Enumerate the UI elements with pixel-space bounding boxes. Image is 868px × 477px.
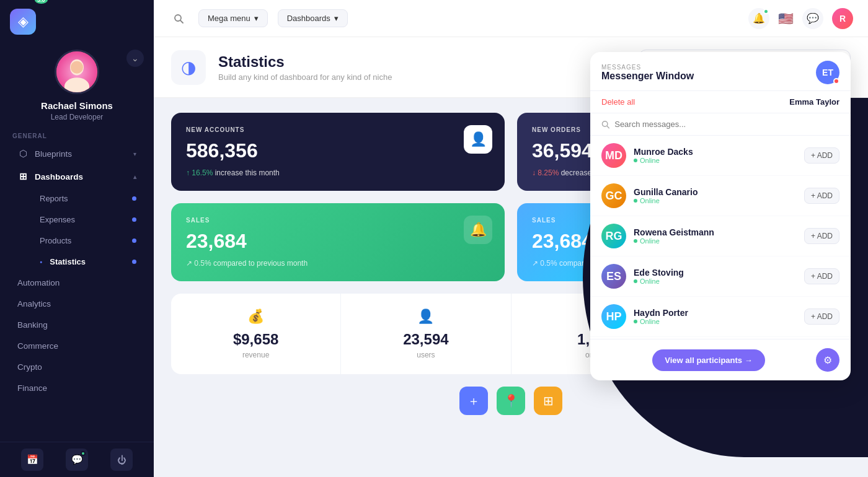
notification-dot <box>763 9 769 14</box>
dashboards-sub-nav: Reports Expenses Products ● Statistics <box>0 188 154 272</box>
contact-item-rowena[interactable]: RG Rowena Geistmann Online + ADD <box>590 216 851 256</box>
messenger-panel: MESSAGES Messenger Window ET Delete all … <box>590 52 851 380</box>
sidebar-item-blueprints[interactable]: ⬡ Blueprints ▾ <box>5 142 149 165</box>
sidebar-item-banking[interactable]: Banking <box>5 315 149 335</box>
mega-menu-button[interactable]: Mega menu ▾ <box>198 9 268 27</box>
dashboards-button[interactable]: Dashboards ▾ <box>278 9 348 27</box>
dashboards-chevron-icon: ▾ <box>334 14 339 23</box>
stats-title-group: Statistics Build any kind of dashboard f… <box>218 53 392 82</box>
sidebar-item-statistics[interactable]: ● Statistics <box>27 252 149 272</box>
contact-item-haydn[interactable]: HP Haydn Porter Online + ADD <box>590 297 851 337</box>
commerce-label: Commerce <box>17 341 58 351</box>
sidebar-item-expenses[interactable]: Expenses <box>27 209 149 230</box>
messenger-label-group: MESSAGES Messenger Window <box>601 64 694 82</box>
contacts-list: MD Munroe Dacks Online + ADD GC Gunilla … <box>590 136 851 339</box>
contact-item-munroe[interactable]: MD Munroe Dacks Online + ADD <box>590 136 851 176</box>
location-action-button[interactable]: 📍 <box>497 387 525 415</box>
action-buttons-row: ＋ 📍 ⊞ <box>171 387 851 415</box>
mega-menu-chevron-icon: ▾ <box>254 14 259 23</box>
messenger-search-container <box>590 113 851 136</box>
user-avatar-topbar[interactable]: R <box>832 8 853 29</box>
sales-green-label: SALES <box>186 217 490 224</box>
sidebar-item-analytics[interactable]: Analytics <box>5 294 149 314</box>
contact-item-ede[interactable]: ES Ede Stoving Online + ADD <box>590 256 851 297</box>
add-contact-button-gunilla[interactable]: + ADD <box>804 188 839 204</box>
profile-toggle-btn[interactable]: ⌄ <box>126 50 144 67</box>
view-all-participants-button[interactable]: View all participants → <box>652 349 764 371</box>
active-user-label: Emma Taylor <box>789 97 839 107</box>
reports-dot <box>132 196 136 201</box>
contact-name-haydn: Haydn Porter <box>634 308 797 318</box>
add-contact-button-rowena[interactable]: + ADD <box>804 228 839 244</box>
sidebar-item-dashboards[interactable]: ⊞ Dashboards ▴ <box>5 165 149 188</box>
users-icon: 👤 <box>417 309 434 325</box>
sidebar-item-commerce[interactable]: Commerce <box>5 336 149 356</box>
crypto-label: Crypto <box>17 362 42 372</box>
statistics-dot <box>132 260 136 264</box>
products-dot <box>132 239 136 243</box>
messages-button[interactable]: 💬 <box>802 8 823 29</box>
search-icon <box>601 120 609 129</box>
status-dot-gunilla <box>634 199 637 203</box>
stats-logo: ◑ <box>171 50 206 85</box>
svg-point-3 <box>71 61 83 74</box>
sidebar-item-finance[interactable]: Finance <box>5 378 149 398</box>
new-accounts-label: NEW ACCOUNTS <box>186 126 490 133</box>
logo-icon: ◈ <box>10 9 36 35</box>
chat-notification-dot <box>81 451 86 456</box>
messenger-search-input[interactable] <box>614 120 839 129</box>
sidebar: ◈ 3.0 ⌄ Rachael Simons Lead Developer GE… <box>0 0 154 477</box>
calendar-button[interactable]: 📅 <box>21 449 43 471</box>
messenger-actions: Delete all Emma Taylor <box>590 91 851 113</box>
sidebar-item-automation[interactable]: Automation <box>5 273 149 293</box>
profile-role: Lead Developer <box>51 113 104 121</box>
add-contact-button-ede[interactable]: + ADD <box>804 268 839 284</box>
contact-status-rowena: Online <box>634 237 797 245</box>
down-arrow-icon: ↓ 8.25% <box>532 168 559 177</box>
page-subtitle: Build any kind of dashboard for any kind… <box>218 72 392 82</box>
add-contact-button-haydn[interactable]: + ADD <box>804 309 839 325</box>
topbar: Mega menu ▾ Dashboards ▾ 🔔 🇺🇸 💬 R <box>154 0 868 37</box>
language-flag[interactable]: 🇺🇸 <box>778 11 794 26</box>
status-dot-munroe <box>634 159 637 162</box>
search-button[interactable] <box>169 9 188 28</box>
finance-label: Finance <box>17 383 47 393</box>
status-dot-ede <box>634 279 637 283</box>
blueprints-arrow-icon: ▾ <box>133 151 136 157</box>
chat-button[interactable]: 💬 <box>66 449 88 471</box>
messenger-header: MESSAGES Messenger Window ET <box>590 52 851 91</box>
new-accounts-value: 586,356 <box>186 139 490 162</box>
reports-label: Reports <box>40 194 68 203</box>
neutral-arrow-icon: ↗ 0.5% <box>186 259 211 268</box>
sidebar-item-reports[interactable]: Reports <box>27 188 149 209</box>
products-label: Products <box>40 236 71 245</box>
sidebar-bottom: 📅 💬 ⏻ <box>0 442 154 477</box>
add-action-button[interactable]: ＋ <box>459 387 488 415</box>
contact-info-gunilla: Gunilla Canario Online <box>634 187 797 204</box>
contact-avatar-haydn: HP <box>601 304 626 329</box>
dashboards-icon: ⊞ <box>17 171 29 182</box>
contact-name-munroe: Munroe Dacks <box>634 147 797 157</box>
add-contact-button-munroe[interactable]: + ADD <box>804 147 839 164</box>
sidebar-item-crypto[interactable]: Crypto <box>5 357 149 377</box>
page-content: ◑ Statistics Build any kind of dashboard… <box>154 37 868 477</box>
messenger-avatar: ET <box>816 61 839 84</box>
messenger-title: Messenger Window <box>601 71 694 82</box>
users-value: 23,594 <box>403 331 448 348</box>
power-button[interactable]: ⏻ <box>110 449 133 471</box>
settings-fab-button[interactable]: ⚙ <box>816 348 839 372</box>
messenger-footer: View all participants → ⚙ <box>590 339 851 380</box>
sidebar-item-products[interactable]: Products <box>27 230 149 251</box>
contact-name-rowena: Rowena Geistmann <box>634 227 797 237</box>
notifications-button[interactable]: 🔔 <box>748 8 769 29</box>
table-action-button[interactable]: ⊞ <box>534 387 562 415</box>
neutral-arrow-icon-2: ↗ 0.5% <box>532 259 557 268</box>
delete-all-button[interactable]: Delete all <box>601 97 635 107</box>
page-title: Statistics <box>218 53 392 71</box>
contact-item-gunilla[interactable]: GC Gunilla Canario Online + ADD <box>590 176 851 216</box>
avatar <box>55 50 99 94</box>
status-dot-haydn <box>634 320 637 323</box>
dashboards-label: Dashboards <box>35 172 83 182</box>
contact-status-ede: Online <box>634 278 797 285</box>
messenger-avatar-dot <box>833 78 839 84</box>
